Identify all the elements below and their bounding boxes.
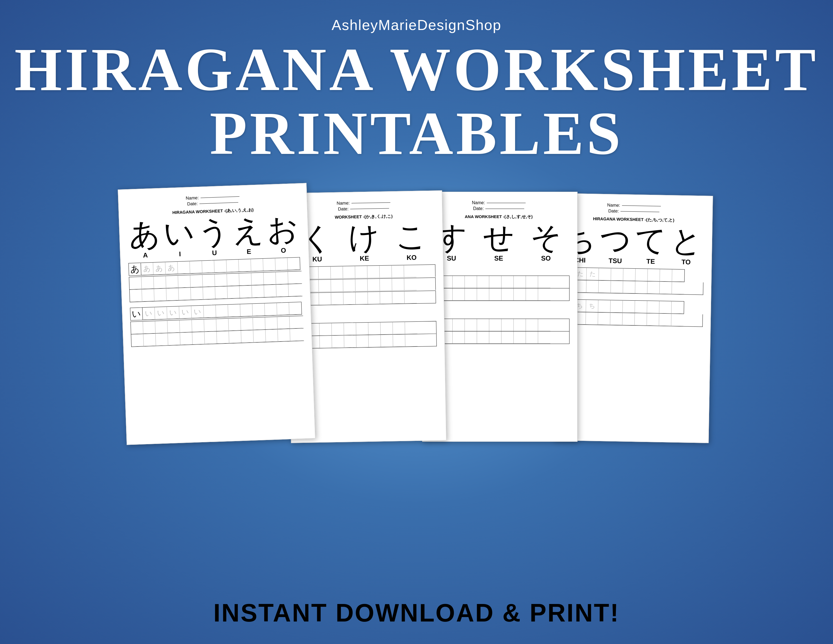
- name-label-4: Name:: [607, 203, 620, 208]
- title-line2: PRINTABLES: [210, 103, 623, 164]
- worksheet-1: Name: Date: HIRAGANA WORKSHEET -(あ,い,う,え…: [118, 183, 315, 445]
- kana-row-2: く け こ: [293, 221, 435, 254]
- romaji-o: O: [275, 246, 292, 254]
- kana-to: と: [671, 225, 703, 257]
- bottom-cta: INSTANT DOWNLOAD & PRINT!: [0, 593, 833, 644]
- kana-row-3: す せ そ: [428, 222, 569, 253]
- romaji-se: SE: [490, 254, 507, 262]
- name-label-2: Name:: [336, 201, 350, 206]
- kana-o: お: [267, 214, 299, 246]
- date-label-3: Date:: [473, 206, 484, 211]
- worksheet-title-3: ANA WORKSHEET -(さ,し,す,せ,そ): [428, 214, 569, 219]
- romaji-e: E: [240, 248, 257, 256]
- name-label-3: Name:: [472, 200, 485, 205]
- romaji-te: TE: [642, 258, 659, 266]
- romaji-row-3: SU SE SO: [428, 254, 569, 262]
- kana-tsu: つ: [600, 224, 632, 256]
- romaji-a: A: [137, 251, 154, 259]
- romaji-u: U: [206, 249, 223, 257]
- background: AshleyMarieDesignShop HIRAGANA WORKSHEET…: [0, 0, 833, 644]
- kana-te: て: [635, 225, 667, 256]
- title-line1: HIRAGANA WORKSHEET: [14, 39, 819, 100]
- name-date-4: Name: Date:: [563, 202, 705, 216]
- practice-i: い い い い い い: [130, 302, 304, 347]
- romaji-i: I: [172, 250, 188, 258]
- romaji-ke: KE: [356, 254, 373, 262]
- shop-name: AshleyMarieDesignShop: [331, 17, 501, 33]
- kana-u: う: [198, 216, 230, 248]
- date-label-4: Date:: [608, 208, 619, 214]
- kana-a: あ: [129, 219, 161, 250]
- worksheets-container: Name: Date: HIRAGANA WORKSHEET -(あ,い,う,え…: [0, 186, 833, 442]
- kana-row-4: ち つ て と: [562, 224, 704, 257]
- date-label-1: Date:: [187, 201, 198, 206]
- romaji-ko: KO: [403, 254, 420, 262]
- date-label-2: Date:: [338, 206, 349, 212]
- name-date-3: Name: Date:: [428, 200, 569, 212]
- kana-row-1: あ い う え お: [127, 214, 301, 250]
- romaji-tsu: TSU: [607, 257, 624, 265]
- name-label-1: Name:: [186, 195, 199, 201]
- romaji-ku: KU: [309, 255, 325, 263]
- kana-ko: こ: [396, 221, 427, 252]
- kana-ke: け: [348, 222, 380, 253]
- practice-a: あ あ あ あ: [128, 257, 302, 302]
- kana-so: そ: [530, 222, 562, 253]
- kana-i: い: [163, 217, 196, 249]
- kana-e: え: [232, 215, 265, 247]
- romaji-to: TO: [678, 258, 695, 266]
- name-date-2: Name: Date:: [293, 199, 434, 213]
- romaji-su: SU: [443, 254, 460, 262]
- romaji-so: SO: [537, 254, 554, 262]
- kana-se: せ: [483, 222, 515, 253]
